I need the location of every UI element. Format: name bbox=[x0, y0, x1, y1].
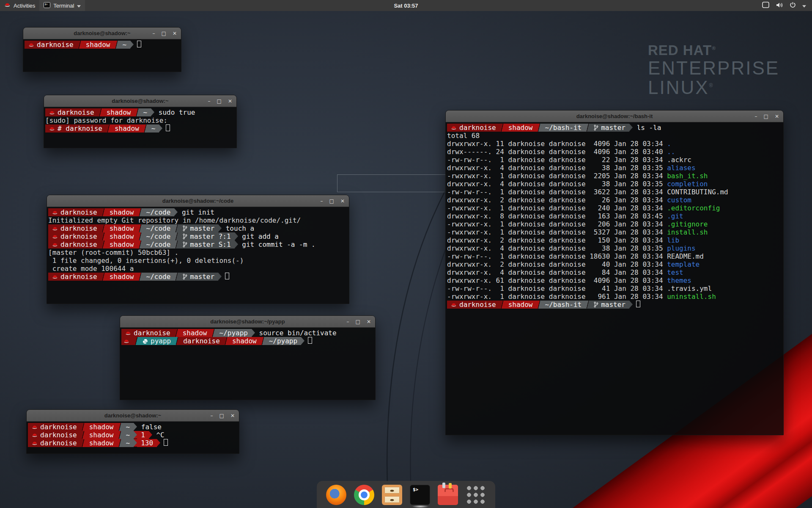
system-status-area[interactable] bbox=[760, 0, 809, 11]
maximize-button[interactable]: □ bbox=[219, 413, 224, 418]
close-button[interactable]: ✕ bbox=[228, 99, 232, 104]
titlebar[interactable]: darknoise@shadow:~–□✕ bbox=[27, 410, 239, 422]
segment-separator bbox=[500, 124, 505, 132]
segment-separator bbox=[252, 329, 255, 337]
file-name: .git bbox=[667, 212, 683, 220]
app-menu-terminal[interactable]: $> Terminal bbox=[39, 0, 85, 11]
minimize-button[interactable]: – bbox=[347, 319, 349, 324]
maximize-button[interactable]: □ bbox=[217, 99, 222, 104]
terminal-content[interactable]: darknoiseshadow~/pyapp source bin/activa… bbox=[120, 328, 375, 400]
prompt-segment: shadow bbox=[106, 224, 138, 232]
segment-separator bbox=[174, 224, 179, 232]
redhat-icon bbox=[451, 125, 457, 131]
segment-separator bbox=[218, 224, 222, 232]
maximize-button[interactable]: □ bbox=[162, 31, 166, 36]
files-icon[interactable] bbox=[382, 485, 402, 505]
file-name: README.md bbox=[667, 252, 704, 260]
terminal-content[interactable]: darknoiseshadow~ sudo true[sudo] passwor… bbox=[44, 107, 236, 148]
terminal-content[interactable]: darknoiseshadow~/code git initInitialize… bbox=[47, 207, 349, 304]
segment-separator bbox=[261, 337, 265, 345]
activities-button[interactable]: Activities bbox=[0, 0, 39, 11]
close-button[interactable]: ✕ bbox=[340, 199, 345, 204]
command-text: ls -la bbox=[633, 124, 661, 132]
segment-separator bbox=[77, 41, 82, 49]
prompt-segment: darknoise bbox=[28, 423, 81, 431]
maximize-button[interactable]: □ bbox=[356, 319, 360, 324]
git-branch-icon bbox=[183, 273, 187, 280]
titlebar[interactable]: darknoise@shadow:~/pyapp–□✕ bbox=[120, 316, 375, 328]
titlebar[interactable]: darknoise@shadow:~–□✕ bbox=[44, 95, 236, 107]
prompt-segment: 130 bbox=[137, 439, 157, 447]
close-button[interactable]: ✕ bbox=[775, 114, 779, 119]
command-text: false bbox=[137, 423, 162, 431]
terminal-cursor bbox=[225, 273, 229, 279]
command-text: ^C bbox=[152, 431, 165, 439]
terminal-window-t4[interactable]: darknoise@shadow:~/pyapp–□✕darknoiseshad… bbox=[120, 315, 376, 400]
prompt-segment: shadow bbox=[228, 337, 261, 345]
window-buttons: –□✕ bbox=[755, 110, 779, 122]
titlebar[interactable]: darknoise@shadow:~/bash-it–□✕ bbox=[446, 110, 783, 122]
clock[interactable]: Sat 03:57 bbox=[394, 3, 418, 9]
close-button[interactable]: ✕ bbox=[367, 319, 371, 324]
minimize-button[interactable]: – bbox=[211, 413, 213, 418]
power-icon bbox=[790, 2, 796, 9]
terminal-content[interactable]: darknoiseshadow~ falsedarknoiseshadow~1 … bbox=[27, 422, 239, 454]
prompt-segment: master bbox=[179, 273, 218, 281]
firefox-icon[interactable] bbox=[326, 485, 346, 505]
redhat-icon bbox=[28, 42, 34, 48]
appgrid-icon[interactable] bbox=[466, 485, 486, 505]
close-button[interactable]: ✕ bbox=[173, 31, 177, 36]
segment-separator bbox=[211, 329, 216, 337]
prompt-segment: master bbox=[590, 124, 629, 132]
prompt-segment: darknoise bbox=[179, 337, 224, 345]
prompt-segment: shadow bbox=[111, 124, 143, 133]
terminal-window-t6[interactable]: darknoise@shadow:~/bash-it–□✕darknoisesh… bbox=[445, 110, 784, 435]
command-text: source bin/activate bbox=[255, 329, 337, 337]
terminal-window-t1[interactable]: darknoise@shadow:~–□✕darknoiseshadow~ bbox=[23, 27, 181, 72]
prompt-segment: shadow bbox=[85, 439, 118, 447]
terminal-window-t2[interactable]: darknoise@shadow:~–□✕darknoiseshadow~ su… bbox=[44, 95, 237, 148]
prompt-segment: shadow bbox=[85, 431, 118, 439]
minimize-button[interactable]: – bbox=[755, 114, 757, 119]
command-text: git commit -a -m . bbox=[238, 240, 315, 248]
prompt-segment: ~ bbox=[140, 108, 151, 116]
prompt-line: darknoiseshadow~/bash-itmaster ls -la bbox=[447, 124, 782, 132]
file-name: aliases bbox=[667, 164, 695, 172]
titlebar[interactable]: darknoise@shadow:~/code–□✕ bbox=[47, 195, 349, 207]
ls-row: -rwxrwxr-x. 1 darknoise darknoise 2205 J… bbox=[447, 172, 782, 180]
ls-row: -rwxrwxr-x. 1 darknoise darknoise 961 Ja… bbox=[447, 293, 782, 301]
maximize-button[interactable]: □ bbox=[329, 199, 334, 204]
prompt-segment: darknoise bbox=[447, 124, 500, 132]
terminal-icon[interactable]: $> bbox=[410, 485, 430, 505]
terminal-content[interactable]: darknoiseshadow~ bbox=[23, 39, 181, 72]
terminal-cursor bbox=[308, 337, 312, 344]
close-button[interactable]: ✕ bbox=[230, 413, 235, 418]
segment-separator bbox=[138, 232, 143, 240]
segment-separator bbox=[174, 240, 179, 248]
prompt-segment: shadow bbox=[505, 124, 537, 132]
prompt-segment: ~/code bbox=[143, 224, 175, 232]
minimize-button[interactable]: – bbox=[208, 99, 211, 104]
prompt-segment: ~/bash-it bbox=[541, 124, 586, 132]
file-name: test bbox=[667, 268, 683, 276]
python-icon bbox=[143, 339, 148, 344]
svg-text:$>: $> bbox=[45, 3, 48, 6]
minimize-button[interactable]: – bbox=[321, 199, 323, 204]
chrome-icon[interactable] bbox=[354, 485, 374, 505]
terminal-window-t5[interactable]: darknoise@shadow:~–□✕darknoiseshadow~ fa… bbox=[26, 409, 239, 454]
prompt-segment: master bbox=[590, 301, 629, 309]
segment-separator bbox=[118, 439, 122, 447]
terminal-window-t3[interactable]: darknoise@shadow:~/code–□✕darknoiseshado… bbox=[47, 195, 349, 304]
terminal-content[interactable]: darknoiseshadow~/bash-itmaster ls -latot… bbox=[446, 122, 783, 435]
segment-separator bbox=[151, 108, 154, 116]
command-text: touch a bbox=[222, 224, 254, 232]
minimize-button[interactable]: – bbox=[153, 31, 155, 36]
maximize-button[interactable]: □ bbox=[764, 114, 768, 119]
titlebar[interactable]: darknoise@shadow:~–□✕ bbox=[23, 28, 181, 39]
prompt-segment: darknoise bbox=[48, 240, 101, 248]
prompt-segment: master ?:1 bbox=[179, 232, 234, 240]
segment-separator bbox=[134, 431, 137, 439]
window-title: darknoise@shadow:~ bbox=[27, 412, 239, 419]
rhel-logo: RED HAT® ENTERPRISE LINUX® bbox=[648, 42, 779, 97]
toolbox-icon[interactable] bbox=[438, 485, 458, 505]
